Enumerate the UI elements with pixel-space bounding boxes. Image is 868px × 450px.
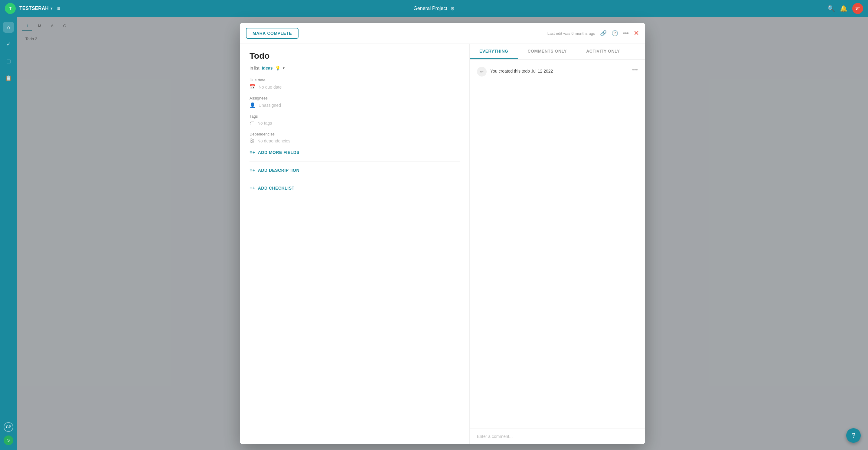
dependencies-value: No dependencies — [257, 138, 290, 143]
tag-icon: 🏷 — [249, 120, 254, 126]
current-user-avatar[interactable]: ST — [852, 3, 863, 14]
add-checklist-button[interactable]: ≡+ ADD CHECKLIST — [249, 185, 460, 191]
more-options-icon[interactable]: ••• — [623, 30, 629, 37]
in-list-row: In list Ideas 💡 ▾ — [249, 66, 460, 70]
calendar-icon: 📅 — [249, 84, 255, 90]
project-avatar-gp[interactable]: GP — [4, 422, 13, 432]
due-date-section: Due date 📅 No due date — [249, 78, 460, 90]
bulb-icon: 💡 — [275, 66, 280, 70]
comment-area — [470, 428, 645, 444]
in-list-chevron-icon[interactable]: ▾ — [283, 66, 285, 70]
left-panel: Todo In list Ideas 💡 ▾ Due date 📅 No due… — [240, 44, 470, 444]
sidebar-item-home[interactable]: ⌂ — [3, 22, 14, 33]
activity-more-icon[interactable]: ••• — [632, 67, 638, 73]
link-icon[interactable]: 🔗 — [600, 30, 607, 37]
close-button[interactable]: ✕ — [633, 29, 639, 37]
dependencies-section: Dependencies ⛓ No dependencies — [249, 132, 460, 143]
task-title: Todo — [249, 51, 460, 61]
tabs-bar: EVERYTHING COMMENTS ONLY ACTIVITY ONLY — [470, 44, 645, 60]
modal-header-right: Last edit was 6 months ago 🔗 🕐 ••• ✕ — [548, 29, 639, 37]
assignees-section: Assignees 👤 Unassigned — [249, 96, 460, 108]
dependency-icon: ⛓ — [249, 138, 254, 143]
add-description-icon: ≡+ — [249, 167, 255, 173]
dependencies-label: Dependencies — [249, 132, 460, 136]
tags-section: Tags 🏷 No tags — [249, 114, 460, 126]
last-edit-text: Last edit was 6 months ago — [548, 31, 595, 36]
edit-activity-icon: ✏ — [477, 67, 487, 76]
sidebar-item-boards[interactable]: ◻ — [3, 56, 14, 67]
due-date-value-row[interactable]: 📅 No due date — [249, 84, 460, 90]
mark-complete-button[interactable]: MARK COMPLETE — [246, 28, 299, 39]
menu-icon[interactable]: ≡ — [57, 5, 61, 12]
activity-item: ✏ You created this todo Jul 12 2022 ••• — [477, 67, 638, 76]
activity-area: ✏ You created this todo Jul 12 2022 ••• — [470, 60, 645, 428]
in-list-label: In list — [249, 66, 259, 70]
comment-input[interactable] — [477, 434, 638, 439]
history-icon[interactable]: 🕐 — [612, 30, 618, 37]
add-more-fields-icon: ≡+ — [249, 150, 255, 155]
left-sidebar: ⌂ ✓ ◻ 📋 GP S — [0, 17, 17, 450]
add-description-button[interactable]: ≡+ ADD DESCRIPTION — [249, 167, 460, 173]
modal-overlay: MARK COMPLETE Last edit was 6 months ago… — [17, 17, 868, 450]
tab-activity-only[interactable]: ACTIVITY ONLY — [577, 44, 630, 59]
workspace-chevron-icon[interactable]: ▾ — [51, 6, 52, 10]
gear-icon[interactable]: ⚙ — [450, 6, 455, 11]
workspace-title[interactable]: TESTSERAH ▾ — [19, 6, 52, 11]
modal-header: MARK COMPLETE Last edit was 6 months ago… — [240, 23, 645, 44]
modal-body: Todo In list Ideas 💡 ▾ Due date 📅 No due… — [240, 44, 645, 444]
sidebar-item-tasks[interactable]: ✓ — [3, 39, 14, 50]
tab-comments-only[interactable]: COMMENTS ONLY — [518, 44, 577, 59]
add-checklist-icon: ≡+ — [249, 185, 255, 191]
person-icon: 👤 — [249, 102, 255, 108]
navbar: T TESTSERAH ▾ ≡ General Project ⚙ 🔍 🔔 ST — [0, 0, 868, 17]
task-modal: MARK COMPLETE Last edit was 6 months ago… — [240, 23, 645, 444]
tags-value-row[interactable]: 🏷 No tags — [249, 120, 460, 126]
modal-header-left: MARK COMPLETE — [246, 28, 299, 39]
assignees-label: Assignees — [249, 96, 460, 100]
in-list-value[interactable]: Ideas — [262, 66, 273, 70]
assignees-value-row[interactable]: 👤 Unassigned — [249, 102, 460, 108]
navbar-actions: 🔍 🔔 ST — [828, 3, 863, 14]
add-more-fields-button[interactable]: ≡+ ADD MORE FIELDS — [249, 150, 460, 155]
search-icon[interactable]: 🔍 — [828, 5, 835, 12]
project-avatar-s[interactable]: S — [4, 436, 13, 445]
help-fab[interactable]: ? — [846, 428, 861, 443]
sidebar-item-reports[interactable]: 📋 — [3, 72, 14, 84]
due-date-value: No due date — [258, 85, 282, 90]
bell-icon[interactable]: 🔔 — [840, 5, 847, 12]
due-date-label: Due date — [249, 78, 460, 82]
tab-everything[interactable]: EVERYTHING — [470, 44, 518, 59]
tags-value: No tags — [257, 121, 272, 126]
right-panel: EVERYTHING COMMENTS ONLY ACTIVITY ONLY ✏… — [470, 44, 645, 444]
assignees-value: Unassigned — [258, 103, 281, 108]
user-avatar[interactable]: T — [5, 3, 16, 14]
tags-label: Tags — [249, 114, 460, 119]
dependencies-value-row[interactable]: ⛓ No dependencies — [249, 138, 460, 143]
project-title: General Project ⚙ — [413, 6, 454, 11]
activity-text: You created this todo Jul 12 2022 — [490, 67, 553, 73]
